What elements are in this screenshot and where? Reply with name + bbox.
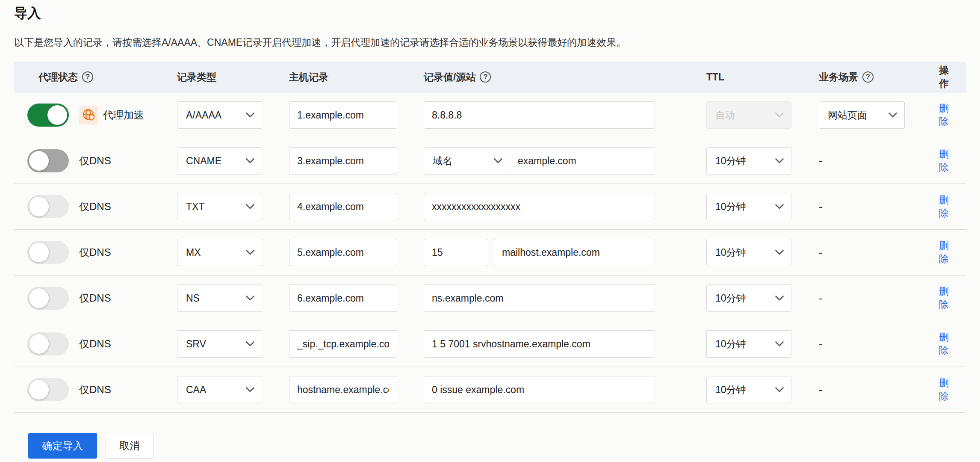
host-record-input[interactable] [289, 330, 397, 358]
proxy-toggle[interactable] [27, 241, 69, 264]
ttl-select-value: 10分钟 [715, 154, 746, 168]
record-value-cell [424, 239, 706, 266]
help-icon[interactable]: ? [82, 71, 93, 83]
delete-link[interactable]: 删除 [939, 376, 951, 403]
col-header-record-value-label: 记录值/源站 [424, 71, 475, 84]
toggle-knob [29, 151, 49, 171]
record-value-input[interactable] [424, 284, 655, 312]
host-record-cell [289, 330, 424, 358]
record-type-select-value: SRV [186, 338, 206, 350]
chevron-down-icon [888, 112, 897, 118]
record-value-cell [424, 101, 706, 129]
table-row: 仅DNSTXT10分钟-删除 [14, 184, 966, 230]
proxy-toggle[interactable] [27, 287, 69, 310]
record-type-select[interactable]: A/AAAA [177, 101, 262, 129]
proxy-toggle[interactable] [27, 332, 69, 355]
ttl-select[interactable]: 10分钟 [706, 193, 791, 220]
toggle-knob [29, 243, 49, 262]
proxy-status-text: 仅DNS [79, 246, 111, 259]
ttl-cell: 10分钟 [706, 330, 819, 358]
scene-placeholder: - [819, 154, 823, 168]
host-record-input[interactable] [289, 101, 397, 129]
host-record-input[interactable] [289, 147, 397, 175]
scene-placeholder: - [819, 246, 823, 259]
proxy-toggle[interactable] [27, 195, 69, 218]
record-type-select[interactable]: NS [177, 284, 262, 312]
globe-shield-icon [81, 108, 96, 122]
proxy-status-text: 仅DNS [79, 383, 111, 397]
business-scene-cell: - [819, 338, 939, 351]
record-type-select[interactable]: CNAME [177, 147, 262, 175]
delete-link[interactable]: 删除 [939, 285, 951, 311]
ttl-select-value: 10分钟 [715, 383, 746, 397]
record-type-select-value: CNAME [186, 155, 221, 167]
chevron-down-icon [775, 158, 784, 164]
col-header-host-record: 主机记录 [289, 71, 424, 84]
host-record-input[interactable] [289, 193, 397, 220]
record-value-input[interactable] [424, 330, 655, 358]
record-type-cell: TXT [177, 193, 289, 220]
record-value-input[interactable] [424, 101, 655, 129]
business-scene-cell: - [819, 154, 939, 168]
record-value-input[interactable] [510, 147, 655, 175]
record-value-input[interactable] [424, 193, 655, 220]
ttl-cell: 10分钟 [706, 239, 819, 266]
chevron-down-icon [245, 387, 255, 393]
delete-link[interactable]: 删除 [939, 331, 951, 357]
ttl-cell: 自动 [706, 101, 819, 129]
chevron-down-icon [775, 295, 784, 301]
col-header-record-value: 记录值/源站 ? [424, 71, 706, 84]
record-type-select[interactable]: MX [177, 239, 262, 266]
record-value-input[interactable] [424, 376, 655, 403]
proxy-toggle[interactable] [27, 104, 69, 127]
proxy-status-label: 仅DNS [79, 383, 111, 397]
host-record-cell [289, 284, 424, 312]
cancel-button[interactable]: 取消 [106, 433, 153, 459]
ttl-select[interactable]: 10分钟 [706, 376, 791, 403]
delete-link[interactable]: 删除 [939, 239, 951, 266]
scene-select[interactable]: 网站页面 [819, 101, 905, 129]
dns-records-table: 代理状态 ? 记录类型 主机记录 记录值/源站 ? TTL 业务场景 ? 操作 … [14, 62, 966, 413]
chevron-down-icon [775, 249, 784, 255]
confirm-import-button[interactable]: 确定导入 [28, 433, 97, 459]
value-type-select[interactable]: 域名 [424, 147, 510, 175]
proxy-toggle[interactable] [27, 149, 69, 172]
business-scene-cell: - [819, 383, 939, 397]
proxy-status-label: 代理加速 [79, 106, 144, 124]
record-type-select[interactable]: CAA [177, 376, 262, 403]
action-cell: 删除 [939, 285, 966, 311]
chevron-down-icon [775, 112, 784, 118]
business-scene-cell: - [819, 292, 939, 305]
help-icon[interactable]: ? [480, 71, 491, 83]
ttl-cell: 10分钟 [706, 147, 819, 175]
table-row: 仅DNSNS10分钟-删除 [14, 275, 966, 321]
ttl-select[interactable]: 10分钟 [706, 239, 791, 266]
ttl-select: 自动 [706, 101, 791, 129]
ttl-select[interactable]: 10分钟 [706, 284, 791, 312]
record-value-input[interactable] [494, 239, 655, 266]
proxy-status-text: 仅DNS [79, 291, 111, 305]
host-record-input[interactable] [289, 376, 397, 403]
record-type-select[interactable]: SRV [177, 330, 262, 358]
record-type-cell: MX [177, 239, 289, 266]
mx-priority-input[interactable] [424, 239, 488, 266]
help-icon[interactable]: ? [862, 71, 874, 83]
ttl-cell: 10分钟 [706, 193, 819, 220]
host-record-input[interactable] [289, 239, 397, 266]
delete-link[interactable]: 删除 [939, 102, 951, 128]
ttl-select[interactable]: 10分钟 [706, 147, 791, 175]
record-type-select[interactable]: TXT [177, 193, 262, 220]
delete-link[interactable]: 删除 [939, 193, 951, 220]
col-header-record-type: 记录类型 [177, 71, 289, 84]
scene-placeholder: - [819, 292, 823, 305]
ttl-cell: 10分钟 [706, 376, 819, 403]
record-value-cell [424, 193, 706, 220]
proxy-toggle[interactable] [27, 378, 69, 401]
proxy-status-cell: 仅DNS [14, 378, 177, 401]
host-record-input[interactable] [289, 284, 397, 312]
delete-link[interactable]: 删除 [939, 148, 951, 174]
table-body: 代理加速A/AAAA自动网站页面删除仅DNSCNAME域名10分钟-删除仅DNS… [14, 92, 966, 413]
host-record-cell [289, 376, 424, 403]
ttl-select[interactable]: 10分钟 [706, 330, 791, 358]
business-scene-cell: - [819, 246, 939, 259]
